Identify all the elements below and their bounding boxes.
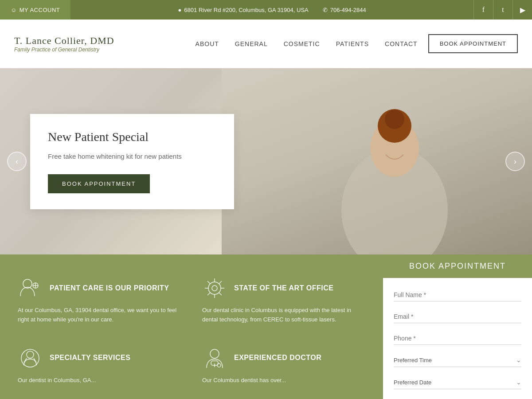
chevron-right-icon: ›	[514, 157, 516, 166]
svg-line-14	[219, 281, 222, 284]
appointment-header: BOOK APPOINTMENT	[383, 254, 532, 278]
svg-point-23	[217, 364, 221, 367]
svg-line-13	[219, 293, 222, 295]
nav-general[interactable]: GENERAL	[235, 40, 268, 47]
preferred-date-select[interactable]: Preferred Date ⌄	[394, 376, 521, 389]
feature-icon-row: PATIENT CARE IS OUR PRIORITY	[18, 276, 181, 301]
feature-title-state-art: STATE OF THE ART OFFICE	[234, 284, 334, 293]
svg-point-17	[27, 351, 34, 358]
logo-title: T. Lance Collier, DMD	[14, 35, 114, 47]
phone-input[interactable]	[394, 332, 521, 345]
chevron-down-icon-2: ⌄	[516, 379, 521, 386]
feature-title-patient-care: PATIENT CARE IS OUR PRIORITY	[50, 284, 169, 293]
preferred-time-select[interactable]: Preferred Time ⌄	[394, 354, 521, 367]
email-field	[394, 310, 521, 323]
email-input[interactable]	[394, 310, 521, 323]
doctor-icon	[202, 346, 227, 371]
features-grid: PATIENT CARE IS OUR PRIORITY At our Colu…	[18, 276, 365, 385]
youtube-icon: ▶	[520, 6, 525, 14]
hero-book-button[interactable]: BOOK APPOINTMENT	[48, 174, 150, 193]
top-bar: ☺ MY ACCOUNT ● 6801 River Rd #200, Colum…	[0, 0, 532, 20]
nav-contact[interactable]: CONTACT	[385, 40, 418, 47]
nav-cosmetic[interactable]: COSMETIC	[284, 40, 320, 47]
facebook-icon: f	[482, 6, 485, 14]
feature-state-art: STATE OF THE ART OFFICE Our dental clini…	[202, 276, 365, 325]
feature-text-specialty: Our dentist in Columbus, GA...	[18, 376, 181, 385]
top-bar-center: ● 6801 River Rd #200, Columbus, GA 31904…	[70, 7, 473, 13]
social-links: f t ▶	[473, 0, 532, 20]
twitter-link[interactable]: t	[493, 0, 512, 20]
main-content: PATIENT CARE IS OUR PRIORITY At our Colu…	[0, 254, 532, 399]
nav-links: ABOUT GENERAL COSMETIC PATIENTS CONTACT	[196, 40, 418, 47]
facebook-link[interactable]: f	[473, 0, 493, 20]
logo-subtitle: Family Practice of General Dentistry	[14, 47, 114, 53]
full-name-field	[394, 289, 521, 301]
feature-icon-row-2: STATE OF THE ART OFFICE	[202, 276, 365, 301]
svg-point-6	[208, 282, 221, 294]
hero-person	[310, 68, 479, 254]
twitter-icon: t	[502, 6, 504, 14]
nav-patients[interactable]: PATIENTS	[336, 40, 369, 47]
address-info: ● 6801 River Rd #200, Columbus, GA 31904…	[178, 7, 309, 13]
full-name-input[interactable]	[394, 289, 521, 301]
youtube-link[interactable]: ▶	[512, 0, 532, 20]
feature-text-state-art: Our dental clinic in Columbus is equippe…	[202, 306, 365, 325]
appointment-sidebar: BOOK APPOINTMENT Preferred Time ⌄ Prefer…	[383, 254, 532, 399]
specialty-icon	[18, 346, 43, 371]
features-section: PATIENT CARE IS OUR PRIORITY At our Colu…	[0, 254, 383, 399]
hero-section: ‹ New Patient Special Free take home whi…	[0, 68, 532, 254]
patient-care-icon	[18, 276, 43, 301]
phone-field	[394, 332, 521, 345]
svg-point-3	[385, 110, 404, 129]
feature-patient-care: PATIENT CARE IS OUR PRIORITY At our Colu…	[18, 276, 181, 325]
feature-specialty: SPECIALTY SERVICES Our dentist in Columb…	[18, 346, 181, 385]
phone-icon: ✆	[323, 7, 328, 13]
chevron-down-icon: ⌄	[516, 356, 521, 364]
chevron-left-icon: ‹	[16, 157, 18, 166]
logo: T. Lance Collier, DMD Family Practice of…	[14, 35, 114, 53]
phone-info: ✆ 706-494-2844	[323, 7, 366, 13]
feature-text-patient-care: At our Columbus, GA, 31904 dental office…	[18, 306, 181, 325]
nav-book-button[interactable]: BOOK APPOINTMENT	[428, 34, 518, 53]
appointment-form: Preferred Time ⌄ Preferred Date ⌄	[383, 278, 532, 399]
nav-bar: T. Lance Collier, DMD Family Practice of…	[0, 20, 532, 68]
carousel-prev-button[interactable]: ‹	[7, 152, 27, 171]
preferred-time-label: Preferred Time	[394, 357, 432, 364]
svg-point-4	[23, 279, 32, 288]
location-icon: ●	[178, 7, 182, 13]
hero-card: New Patient Special Free take home white…	[30, 114, 234, 209]
my-account-button[interactable]: ☺ MY ACCOUNT	[0, 0, 70, 20]
svg-point-20	[210, 349, 219, 358]
nav-about[interactable]: ABOUT	[196, 40, 219, 47]
feature-icon-row-4: EXPERIENCED DOCTOR	[202, 346, 365, 371]
hero-card-subtitle: Free take home whitening kit for new pat…	[48, 151, 216, 162]
user-icon: ☺	[11, 7, 17, 13]
preferred-date-label: Preferred Date	[394, 379, 431, 386]
feature-title-experienced: EXPERIENCED DOCTOR	[234, 353, 321, 363]
feature-text-experienced: Our Columbus dentist has over...	[202, 376, 365, 385]
state-art-icon	[202, 276, 227, 301]
feature-experienced: EXPERIENCED DOCTOR Our Columbus dentist …	[202, 346, 365, 385]
carousel-next-button[interactable]: ›	[505, 152, 525, 171]
svg-point-7	[212, 286, 217, 291]
feature-title-specialty: SPECIALTY SERVICES	[50, 353, 130, 363]
person-illustration	[328, 68, 461, 254]
top-bar-left: ☺ MY ACCOUNT	[0, 0, 70, 20]
hero-card-title: New Patient Special	[48, 130, 216, 144]
svg-line-12	[207, 281, 210, 284]
feature-icon-row-3: SPECIALTY SERVICES	[18, 346, 181, 371]
svg-line-15	[207, 293, 210, 295]
